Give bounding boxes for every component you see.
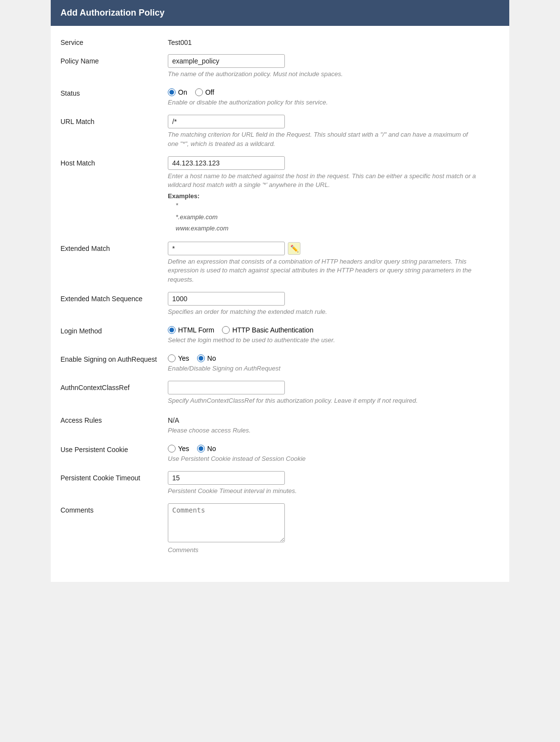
host-match-examples: Examples: * *.example.com www.example.co… bbox=[168, 192, 500, 234]
extended-match-sequence-row: Extended Match Sequence Specifies an ord… bbox=[60, 292, 500, 316]
access-rules-row: Access Rules N/A Please choose access Ru… bbox=[60, 413, 500, 435]
authn-context-label: AuthnContextClassRef bbox=[60, 381, 168, 392]
authn-context-help: Specify AuthnContextClassRef for this au… bbox=[168, 396, 480, 405]
url-match-row: URL Match The matching criterion for URL… bbox=[60, 115, 500, 148]
url-match-input[interactable] bbox=[168, 115, 285, 128]
login-http-basic-option[interactable]: HTTP Basic Authentication bbox=[222, 326, 313, 334]
page-title: Add Authorization Policy bbox=[60, 8, 164, 18]
enable-signing-radio-group: Yes No bbox=[168, 352, 500, 362]
status-on-label: On bbox=[178, 88, 187, 96]
persistent-cookie-no-option[interactable]: No bbox=[197, 445, 216, 453]
policy-name-row: Policy Name The name of the authorizatio… bbox=[60, 54, 500, 79]
persistent-cookie-timeout-row: Persistent Cookie Timeout Persistent Coo… bbox=[60, 471, 500, 495]
policy-name-label: Policy Name bbox=[60, 54, 168, 65]
signing-no-radio[interactable] bbox=[197, 354, 205, 362]
extended-match-row: Extended Match ✏️ Define an expression t… bbox=[60, 242, 500, 284]
extended-match-label: Extended Match bbox=[60, 242, 168, 252]
service-row: Service Test001 bbox=[60, 36, 500, 46]
comments-placeholder-hint: Comments bbox=[168, 546, 480, 555]
signing-yes-radio[interactable] bbox=[168, 354, 176, 362]
access-rules-value: N/A bbox=[168, 413, 500, 424]
login-html-form-label: HTML Form bbox=[178, 326, 214, 334]
persistent-cookie-timeout-input[interactable] bbox=[168, 471, 285, 485]
extended-match-input-row: ✏️ bbox=[168, 242, 500, 255]
policy-name-help: The name of the authorization policy. Mu… bbox=[168, 70, 480, 79]
login-method-help: Select the login method to be used to au… bbox=[168, 336, 480, 345]
signing-no-label: No bbox=[207, 354, 216, 362]
status-off-radio[interactable] bbox=[195, 88, 203, 96]
persistent-cookie-help: Use Persistent Cookie instead of Session… bbox=[168, 454, 480, 463]
host-match-label: Host Match bbox=[60, 156, 168, 167]
service-label: Service bbox=[60, 36, 168, 46]
status-off-option[interactable]: Off bbox=[195, 88, 214, 96]
persistent-cookie-label: Use Persistent Cookie bbox=[60, 443, 168, 453]
persistent-cookie-yes-option[interactable]: Yes bbox=[168, 445, 189, 453]
examples-label: Examples: bbox=[168, 192, 200, 200]
service-value: Test001 bbox=[168, 36, 500, 46]
persistent-cookie-yes-label: Yes bbox=[178, 445, 189, 453]
authn-context-row: AuthnContextClassRef Specify AuthnContex… bbox=[60, 381, 500, 405]
login-http-basic-radio[interactable] bbox=[222, 326, 230, 334]
login-html-form-radio[interactable] bbox=[168, 326, 176, 334]
login-html-form-option[interactable]: HTML Form bbox=[168, 326, 214, 334]
host-match-row: Host Match Enter a host name to be match… bbox=[60, 156, 500, 234]
host-match-input[interactable] bbox=[168, 156, 285, 170]
login-method-row: Login Method HTML Form HTTP Basic Authen… bbox=[60, 324, 500, 345]
status-on-radio[interactable] bbox=[168, 88, 176, 96]
signing-yes-option[interactable]: Yes bbox=[168, 354, 189, 362]
extended-match-input[interactable] bbox=[168, 242, 285, 255]
enable-signing-row: Enable Signing on AuthRequest Yes No Ena… bbox=[60, 352, 500, 373]
host-match-help: Enter a host name to be matched against … bbox=[168, 172, 480, 189]
extended-match-help: Define an expression that consists of a … bbox=[168, 257, 480, 284]
status-off-label: Off bbox=[205, 88, 214, 96]
persistent-cookie-radio-group: Yes No bbox=[168, 443, 500, 453]
extended-match-sequence-label: Extended Match Sequence bbox=[60, 292, 168, 303]
enable-signing-label: Enable Signing on AuthRequest bbox=[60, 352, 168, 363]
login-method-label: Login Method bbox=[60, 324, 168, 335]
comments-textarea[interactable] bbox=[168, 503, 285, 542]
comments-label: Comments bbox=[60, 503, 168, 514]
status-on-option[interactable]: On bbox=[168, 88, 187, 96]
enable-signing-help: Enable/Disable Signing on AuthRequest bbox=[168, 364, 480, 373]
extended-match-sequence-help: Specifies an order for matching the exte… bbox=[168, 308, 480, 316]
example-subdomain: *.example.com bbox=[168, 211, 500, 223]
policy-name-input[interactable] bbox=[168, 54, 285, 68]
persistent-cookie-timeout-label: Persistent Cookie Timeout bbox=[60, 471, 168, 482]
signing-no-option[interactable]: No bbox=[197, 354, 216, 362]
login-method-radio-group: HTML Form HTTP Basic Authentication bbox=[168, 324, 500, 334]
status-label: Status bbox=[60, 86, 168, 97]
example-wildcard: * bbox=[168, 200, 500, 211]
extended-match-edit-icon[interactable]: ✏️ bbox=[288, 242, 300, 255]
comments-row: Comments Comments bbox=[60, 503, 500, 555]
page-header: Add Authorization Policy bbox=[51, 0, 509, 26]
persistent-cookie-yes-radio[interactable] bbox=[168, 445, 176, 453]
login-http-basic-label: HTTP Basic Authentication bbox=[232, 326, 313, 334]
url-match-help: The matching criterion for URL field in … bbox=[168, 130, 480, 148]
persistent-cookie-row: Use Persistent Cookie Yes No Use Persist… bbox=[60, 443, 500, 463]
authn-context-input[interactable] bbox=[168, 381, 285, 394]
access-rules-label: Access Rules bbox=[60, 413, 168, 424]
persistent-cookie-no-radio[interactable] bbox=[197, 445, 205, 453]
extended-match-sequence-input[interactable] bbox=[168, 292, 285, 306]
access-rules-help: Please choose access Rules. bbox=[168, 426, 480, 435]
persistent-cookie-timeout-help: Persistent Cookie Timeout interval in mi… bbox=[168, 487, 480, 495]
status-radio-group: On Off bbox=[168, 86, 500, 96]
status-help: Enable or disable the authorization poli… bbox=[168, 98, 480, 107]
url-match-label: URL Match bbox=[60, 115, 168, 125]
signing-yes-label: Yes bbox=[178, 354, 189, 362]
example-www: www.example.com bbox=[168, 223, 500, 234]
persistent-cookie-no-label: No bbox=[207, 445, 216, 453]
status-row: Status On Off Enable or disable the auth… bbox=[60, 86, 500, 107]
